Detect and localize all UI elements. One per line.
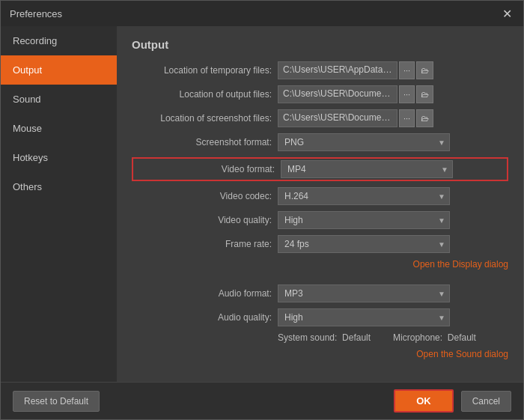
temp-files-value: C:\Users\USER\AppData\Local\Ten [278,61,397,79]
dialog-content: Recording Output Sound Mouse Hotkeys Oth… [1,26,523,382]
sidebar-item-hotkeys[interactable]: Hotkeys [1,143,117,172]
video-format-highlight-box: Video format: MP4 AVI MOV MKV ▼ [132,157,508,181]
video-codec-label: Video codec: [132,191,278,201]
video-format-wrapper: MP4 AVI MOV MKV ▼ [281,160,453,178]
sidebar-item-recording[interactable]: Recording [1,26,117,55]
video-format-input-group: MP4 AVI MOV MKV ▼ [281,160,505,178]
bottom-right-buttons: OK Cancel [394,389,511,413]
video-codec-select[interactable]: H.264 H.265 [278,187,450,205]
screenshot-files-row: Location of screenshot files: C:\Users\U… [132,109,508,127]
temp-files-dots-button[interactable]: ··· [399,61,415,79]
output-section-title: Output [132,38,508,51]
audio-format-input-group: MP3 AAC WAV ▼ [278,284,508,302]
preferences-dialog: Preferences ✕ Recording Output Sound Mou… [0,0,524,420]
screenshot-format-label: Screenshot format: [132,137,278,147]
sidebar-item-sound[interactable]: Sound [1,85,117,114]
dialog-title: Preferences [10,8,62,19]
bottom-bar: Reset to Default OK Cancel [1,382,523,419]
audio-quality-wrapper: High Medium Low ▼ [278,308,450,326]
frame-rate-row: Frame rate: 24 fps 30 fps 60 fps ▼ [132,235,508,253]
video-codec-row: Video codec: H.264 H.265 ▼ [132,187,508,205]
open-sound-dialog-link[interactable]: Open the Sound dialog [416,349,508,359]
temp-files-input-group: C:\Users\USER\AppData\Local\Ten ··· 🗁 [278,61,508,79]
screenshot-format-input-group: PNG JPG BMP ▼ [278,133,508,151]
screenshot-format-row: Screenshot format: PNG JPG BMP ▼ [132,133,508,151]
video-format-row: Video format: MP4 AVI MOV MKV ▼ [135,160,505,178]
audio-format-row: Audio format: MP3 AAC WAV ▼ [132,284,508,302]
audio-format-select[interactable]: MP3 AAC WAV [278,284,450,302]
screenshot-files-label: Location of screenshot files: [132,113,278,124]
output-files-row: Location of output files: C:\Users\USER\… [132,85,508,103]
screenshot-files-input-group: C:\Users\USER\Documents\Aisees ··· 🗁 [278,109,508,127]
screenshot-files-dots-button[interactable]: ··· [399,109,415,127]
screenshot-format-select[interactable]: PNG JPG BMP [278,133,450,151]
video-quality-label: Video quality: [132,215,278,225]
open-display-dialog-link[interactable]: Open the Display dialog [413,259,508,270]
frame-rate-wrapper: 24 fps 30 fps 60 fps ▼ [278,235,450,253]
video-codec-input-group: H.264 H.265 ▼ [278,187,508,205]
frame-rate-input-group: 24 fps 30 fps 60 fps ▼ [278,235,508,253]
sidebar-item-mouse[interactable]: Mouse [1,114,117,143]
sidebar-item-others[interactable]: Others [1,172,117,201]
audio-format-wrapper: MP3 AAC WAV ▼ [278,284,450,302]
output-files-value: C:\Users\USER\Documents\Aisees [278,85,397,103]
temp-files-label: Location of temporary files: [132,65,278,76]
audio-quality-label: Audio quality: [132,312,278,323]
screenshot-files-folder-button[interactable]: 🗁 [416,109,433,127]
sound-info-row: System sound: Default Microphone: Defaul… [132,332,508,343]
output-files-label: Location of output files: [132,89,278,100]
reset-to-default-button[interactable]: Reset to Default [13,391,100,412]
video-quality-row: Video quality: High Medium Low ▼ [132,211,508,229]
audio-quality-row: Audio quality: High Medium Low ▼ [132,308,508,326]
output-files-input-group: C:\Users\USER\Documents\Aisees ··· 🗁 [278,85,508,103]
video-format-select[interactable]: MP4 AVI MOV MKV [281,160,453,178]
screenshot-format-wrapper: PNG JPG BMP ▼ [278,133,450,151]
system-sound-info: System sound: Default [278,332,371,343]
ok-button[interactable]: OK [394,389,454,413]
video-quality-wrapper: High Medium Low ▼ [278,211,450,229]
main-panel: Output Location of temporary files: C:\U… [117,26,523,382]
title-bar: Preferences ✕ [1,1,523,26]
output-files-folder-button[interactable]: 🗁 [416,85,433,103]
sidebar-item-output[interactable]: Output [1,55,117,85]
temp-files-row: Location of temporary files: C:\Users\US… [132,61,508,79]
sidebar: Recording Output Sound Mouse Hotkeys Oth… [1,26,117,382]
microphone-info: Microphone: Default [393,332,476,343]
frame-rate-label: Frame rate: [132,239,278,249]
video-quality-select[interactable]: High Medium Low [278,211,450,229]
output-files-dots-button[interactable]: ··· [399,85,415,103]
video-codec-wrapper: H.264 H.265 ▼ [278,187,450,205]
video-format-label: Video format: [135,164,281,174]
temp-files-folder-button[interactable]: 🗁 [416,61,433,79]
display-dialog-link-row: Open the Display dialog [132,259,508,270]
audio-quality-select[interactable]: High Medium Low [278,308,450,326]
sound-info-values: System sound: Default Microphone: Defaul… [278,332,476,343]
screenshot-files-value: C:\Users\USER\Documents\Aisees [278,109,397,127]
close-button[interactable]: ✕ [499,6,514,21]
video-quality-input-group: High Medium Low ▼ [278,211,508,229]
audio-quality-input-group: High Medium Low ▼ [278,308,508,326]
frame-rate-select[interactable]: 24 fps 30 fps 60 fps [278,235,450,253]
audio-format-label: Audio format: [132,288,278,299]
sound-dialog-link-row: Open the Sound dialog [132,349,508,359]
cancel-button[interactable]: Cancel [461,391,511,412]
